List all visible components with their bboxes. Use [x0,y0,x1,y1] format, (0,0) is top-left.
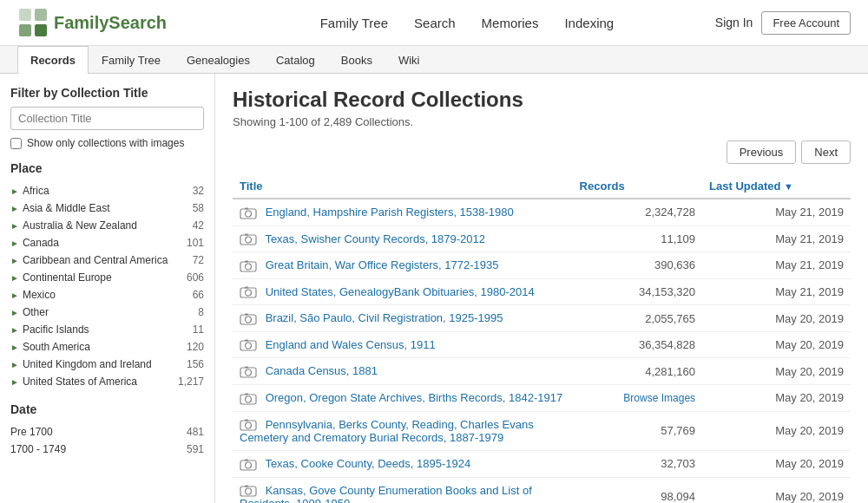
tab-genealogies[interactable]: Genealogies [174,46,263,74]
place-item[interactable]: ► Pacific Islands 11 [10,321,204,338]
sign-in-link[interactable]: Sign In [715,16,753,29]
images-checkbox[interactable] [10,138,22,149]
place-name: Pacific Islands [23,323,193,336]
nav-family-tree[interactable]: Family Tree [320,16,388,30]
date-item[interactable]: Pre 1700 481 [10,423,204,441]
svg-point-14 [246,290,252,296]
top-nav: FamilySearch Family Tree Search Memories… [0,0,868,46]
date-cell: May 21, 2019 [702,225,851,252]
record-link[interactable]: Pennsylvania, Berks County, Reading, Cha… [240,418,534,445]
date-cell: May 20, 2019 [702,331,851,358]
date-cell: May 20, 2019 [702,451,851,478]
records-table: Title Records Last Updated ▼ England, Ha… [233,174,851,503]
title-cell: Oregon, Oregon State Archives, Births Re… [233,384,573,411]
collection-input[interactable] [10,107,204,130]
nav-memories[interactable]: Memories [482,16,539,30]
camera-icon [240,419,257,431]
tab-family-tree[interactable]: Family Tree [89,46,174,74]
date-cell: May 21, 2019 [702,252,851,279]
logo-icon [17,7,49,38]
place-item[interactable]: ► Other 8 [10,304,204,321]
camera-icon [240,393,257,405]
svg-rect-18 [245,313,248,315]
svg-point-26 [246,396,252,402]
svg-rect-9 [245,234,248,236]
place-name: Other [23,306,198,318]
title-cell: Texas, Swisher County Records, 1879-2012 [233,225,573,252]
record-link[interactable]: United States, GenealogyBank Obituaries,… [266,285,535,298]
chevron-icon: ► [10,256,19,265]
title-cell: Brazil, São Paulo, Civil Registration, 1… [233,305,573,332]
col-records: Records [573,174,702,199]
logo[interactable]: FamilySearch [17,7,167,38]
next-button[interactable]: Next [801,140,851,164]
svg-rect-12 [245,260,248,262]
place-count: 11 [193,323,204,336]
record-link[interactable]: Texas, Cooke County, Deeds, 1895-1924 [265,457,470,470]
date-label: Pre 1700 [10,426,53,438]
date-cell: May 21, 2019 [702,278,851,305]
svg-point-32 [246,462,252,468]
place-name: Caribbean and Central America [23,254,193,266]
free-account-button[interactable]: Free Account [761,11,851,35]
records-cell: 2,055,765 [573,305,702,332]
tab-catalog[interactable]: Catalog [263,46,328,74]
record-link[interactable]: Texas, Swisher County Records, 1879-2012 [265,232,485,245]
prev-button[interactable]: Previous [727,140,797,164]
svg-rect-0 [19,9,31,21]
place-count: 1,217 [178,376,204,388]
place-item[interactable]: ► Australia & New Zealand 42 [10,217,204,234]
place-item[interactable]: ► South America 120 [10,338,204,356]
layout: Filter by Collection Title Show only col… [0,74,868,503]
camera-icon [240,366,257,378]
records-cell: 34,153,320 [573,278,702,305]
main-content: Historical Record Collections Showing 1-… [215,74,868,503]
record-link[interactable]: England, Hampshire Parish Registers, 153… [266,206,514,219]
place-item[interactable]: ► Caribbean and Central America 72 [10,252,204,269]
place-name: Africa [23,185,193,197]
camera-icon [240,233,257,245]
place-list: ► Africa 32► Asia & Middle East 58► Aust… [10,182,204,390]
record-link[interactable]: Oregon, Oregon State Archives, Births Re… [266,391,563,404]
svg-rect-27 [245,393,248,395]
place-item[interactable]: ► United States of America 1,217 [10,373,204,390]
place-item[interactable]: ► Africa 32 [10,182,204,199]
main-nav: Family Tree Search Memories Indexing [219,16,715,30]
tab-records[interactable]: Records [17,46,89,74]
record-link[interactable]: Kansas, Gove County Enumeration Books an… [240,484,532,503]
tab-books[interactable]: Books [328,46,385,74]
chevron-icon: ► [10,238,19,248]
images-filter-row: Show only collections with images [10,137,204,149]
svg-rect-6 [245,207,248,209]
table-row: England and Wales Census, 1911 36,354,82… [233,331,851,358]
chevron-icon: ► [10,291,19,300]
place-item[interactable]: ► United Kingdom and Ireland 156 [10,356,204,373]
record-link[interactable]: Brazil, São Paulo, Civil Registration, 1… [266,311,503,324]
place-name: United Kingdom and Ireland [23,358,187,370]
date-count: 591 [187,443,204,455]
place-count: 8 [198,306,204,318]
place-item[interactable]: ► Mexico 66 [10,286,204,304]
title-cell: Kansas, Gove County Enumeration Books an… [233,477,573,503]
date-item[interactable]: 1700 - 1749 591 [10,441,204,458]
chevron-icon: ► [10,221,19,231]
camera-icon [240,207,257,219]
nav-search[interactable]: Search [414,16,456,30]
place-item[interactable]: ► Canada 101 [10,234,204,252]
place-item[interactable]: ► Continental Europe 606 [10,269,204,286]
title-cell: Great Britain, War Office Registers, 177… [233,252,573,279]
browse-link[interactable]: Browse Images [623,392,695,404]
table-row: England, Hampshire Parish Registers, 153… [233,199,851,225]
nav-indexing[interactable]: Indexing [564,16,614,30]
col-title: Title [233,174,573,199]
place-name: South America [23,341,187,353]
tab-wiki[interactable]: Wiki [385,46,433,74]
chevron-icon: ► [10,186,19,196]
record-link[interactable]: England and Wales Census, 1911 [266,338,436,351]
date-cell: May 20, 2019 [702,358,851,385]
svg-point-5 [246,211,252,217]
record-link[interactable]: Great Britain, War Office Registers, 177… [266,258,499,271]
record-link[interactable]: Canada Census, 1881 [266,364,378,377]
place-item[interactable]: ► Asia & Middle East 58 [10,199,204,217]
records-cell: 57,769 [573,411,702,451]
